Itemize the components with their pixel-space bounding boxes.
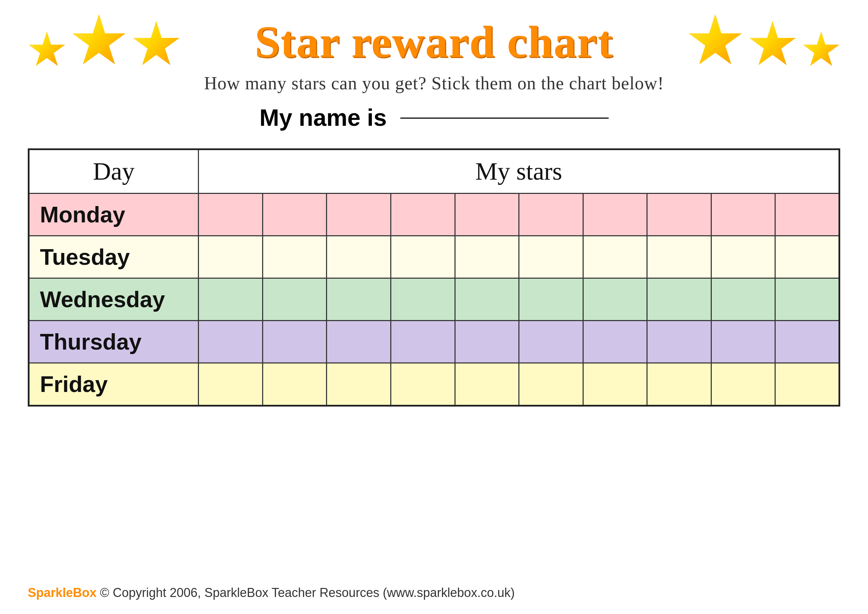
large-star-right — [687, 14, 743, 70]
table-row: Thursday — [29, 321, 840, 363]
star-cell[interactable] — [775, 236, 840, 278]
star-cell[interactable] — [519, 236, 583, 278]
table-row: Monday — [29, 194, 840, 236]
star-cell[interactable] — [391, 363, 455, 406]
star-cell[interactable] — [775, 321, 840, 363]
star-cell[interactable] — [327, 363, 391, 406]
name-line: My name is — [28, 104, 840, 131]
footer: SparkleBox © Copyright 2006, SparkleBox … — [28, 586, 515, 600]
star-cell[interactable] — [455, 363, 519, 406]
day-cell-friday: Friday — [29, 363, 198, 406]
copyright-text: © Copyright 2006, SparkleBox Teacher Res… — [100, 586, 515, 600]
star-cell[interactable] — [775, 363, 840, 406]
star-cell[interactable] — [519, 363, 583, 406]
star-cell[interactable] — [519, 194, 583, 236]
table-row: Friday — [29, 363, 840, 406]
small-star-right — [802, 31, 840, 70]
name-label: My name is — [259, 104, 387, 131]
star-cell[interactable] — [327, 236, 391, 278]
medium-star-left — [132, 21, 181, 70]
subtitle-text: How many stars can you get? Stick them o… — [28, 73, 840, 93]
star-cell[interactable] — [455, 321, 519, 363]
day-cell-tuesday: Tuesday — [29, 236, 198, 278]
star-cell[interactable] — [327, 278, 391, 321]
stars-column-header: My stars — [198, 149, 840, 194]
star-cell[interactable] — [583, 236, 647, 278]
star-cell[interactable] — [711, 236, 775, 278]
small-star-left-1 — [28, 31, 66, 70]
star-cell[interactable] — [391, 278, 455, 321]
table-body: MondayTuesdayWednesdayThursdayFriday — [29, 194, 840, 406]
star-cell[interactable] — [711, 278, 775, 321]
star-cell[interactable] — [647, 363, 711, 406]
day-cell-wednesday: Wednesday — [29, 278, 198, 321]
star-cell[interactable] — [262, 236, 327, 278]
star-cell[interactable] — [647, 236, 711, 278]
day-cell-monday: Monday — [29, 194, 198, 236]
header-area: Star reward chart — [28, 14, 840, 70]
star-cell[interactable] — [198, 363, 263, 406]
star-cell[interactable] — [262, 363, 327, 406]
brand-name: SparkleBox — [28, 586, 96, 600]
star-cell[interactable] — [583, 278, 647, 321]
table-header-row: Day My stars — [29, 149, 840, 194]
star-cell[interactable] — [198, 236, 263, 278]
star-cell[interactable] — [391, 321, 455, 363]
star-cell[interactable] — [711, 321, 775, 363]
star-cell[interactable] — [519, 321, 583, 363]
table-row: Tuesday — [29, 236, 840, 278]
reward-table: Day My stars MondayTuesdayWednesdayThurs… — [28, 148, 840, 407]
star-cell[interactable] — [198, 321, 263, 363]
large-star-left — [71, 14, 127, 70]
star-cell[interactable] — [711, 363, 775, 406]
day-column-header: Day — [29, 149, 198, 194]
star-cell[interactable] — [391, 194, 455, 236]
star-cell[interactable] — [775, 194, 840, 236]
star-cell[interactable] — [262, 278, 327, 321]
star-cell[interactable] — [455, 236, 519, 278]
star-cell[interactable] — [262, 321, 327, 363]
star-cell[interactable] — [519, 278, 583, 321]
star-cell[interactable] — [327, 194, 391, 236]
star-cell[interactable] — [455, 194, 519, 236]
table-row: Wednesday — [29, 278, 840, 321]
medium-star-right-1 — [748, 21, 797, 70]
star-cell[interactable] — [647, 278, 711, 321]
star-cell[interactable] — [262, 194, 327, 236]
page-title: Star reward chart — [202, 16, 666, 68]
star-cell[interactable] — [391, 236, 455, 278]
star-cell[interactable] — [647, 194, 711, 236]
name-underline — [400, 117, 609, 119]
star-cell[interactable] — [647, 321, 711, 363]
star-cell[interactable] — [583, 194, 647, 236]
star-cell[interactable] — [711, 194, 775, 236]
star-cell[interactable] — [198, 194, 263, 236]
star-cell[interactable] — [455, 278, 519, 321]
star-cell[interactable] — [775, 278, 840, 321]
star-cell[interactable] — [583, 363, 647, 406]
star-cell[interactable] — [327, 321, 391, 363]
page: Star reward chart How many stars can you… — [0, 0, 868, 614]
day-cell-thursday: Thursday — [29, 321, 198, 363]
left-stars-group — [28, 14, 181, 70]
star-cell[interactable] — [198, 278, 263, 321]
star-cell[interactable] — [583, 321, 647, 363]
right-stars-group — [687, 14, 840, 70]
title-block: Star reward chart — [181, 16, 687, 68]
